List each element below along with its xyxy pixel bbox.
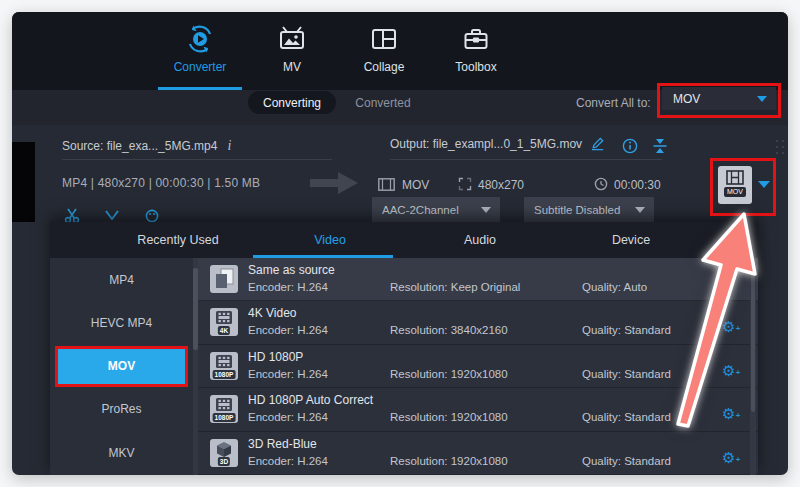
top-navigation-bar: Converter MV [12,12,788,90]
toolbox-briefcase-icon [462,22,490,56]
preset-encoder: Encoder: H.264 [248,411,328,423]
source-to-output-arrow-icon [310,170,360,196]
format-preset-row[interactable]: 1080P HD 1080P Auto Correct Encoder: H.2… [198,388,758,431]
format-preset-row[interactable]: Same as source Encoder: H.264 Resolution… [198,258,758,301]
rename-pencil-icon[interactable] [590,136,605,151]
app-window: Converter MV [12,12,788,475]
sidebar-item-hevc-mp4[interactable]: HEVC MP4 [50,301,193,344]
sidebar-item-mov[interactable]: MOV [55,346,188,387]
preset-quality: Quality: Standard [582,368,671,380]
preset-resolution: Resolution: 1920x1080 [390,411,508,423]
convert-all-to-value: MOV [673,92,700,106]
tab-mv[interactable]: MV [246,22,338,88]
preset-badge: 4K [218,326,230,335]
video-thumbnail [12,142,35,222]
output-resolution-value: 480x270 [478,178,524,192]
sidebar-item-mp4[interactable]: MP4 [50,258,193,301]
drag-handle-dots [776,140,784,162]
preset-title: HD 1080P [248,350,303,364]
output-format-film-icon [378,178,395,191]
preset-resolution: Resolution: 1920x1080 [390,455,508,467]
format-selection-panel: Recently Used Video Audio Device MP4 HEV… [50,222,758,475]
output-duration-value: 00:00:30 [614,178,661,192]
preset-badge: 1080P [213,413,236,422]
tab-mv-label: MV [283,60,301,74]
compress-icon[interactable] [652,138,668,154]
preset-resolution: Resolution: 1920x1080 [390,368,508,380]
panel-tab-video[interactable]: Video [314,222,346,258]
preset-resolution: Resolution: Keep Original [390,281,520,293]
output-format-button[interactable]: MOV [718,166,752,204]
output-divider [390,159,662,160]
convert-all-to-dropdown[interactable]: MOV [662,87,776,110]
mv-tv-icon [277,22,307,56]
tab-converter[interactable]: Converter [154,22,246,88]
output-file-label: Output: file_exampl...0_1_5MG.mov [390,137,582,151]
source-file-label: Source: file_exa..._5MG.mp4 [62,139,217,153]
preset-list-scrollbar[interactable] [750,258,756,475]
tab-collage-label: Collage [364,60,405,74]
sidebar-item-mkv[interactable]: MKV [50,431,193,474]
output-info-icon[interactable] [622,138,638,154]
format-preset-row[interactable]: 1080P HD 1080P Encoder: H.264 Resolution… [198,345,758,388]
collage-grid-icon [370,22,398,56]
format-preset-row[interactable]: 4K 4K Video Encoder: H.264 Resolution: 3… [198,301,758,344]
preset-title: 3D Red-Blue [248,437,317,451]
subtitle-value: Subtitle Disabled [534,204,620,216]
chevron-down-icon [635,207,645,213]
preset-resolution: Resolution: 3840x2160 [390,324,508,336]
chevron-down-icon [481,207,491,213]
source-divider [62,159,332,160]
preset-type-icon: 1080P [210,395,238,423]
preset-badge: 3D [218,457,230,466]
tab-toolbox[interactable]: Toolbox [430,22,522,88]
preset-type-icon: 1080P [210,352,238,380]
settings-gear-icon[interactable]: ⚙+ [722,450,735,465]
format-preset-row[interactable]: 3D 3D Red-Blue Encoder: H.264 Resolution… [198,432,758,475]
tab-converted[interactable]: Converted [352,91,414,114]
tab-toolbox-label: Toolbox [455,60,496,74]
sidebar-item-prores[interactable]: ProRes [50,388,193,431]
panel-tab-audio[interactable]: Audio [464,222,496,258]
output-file-row: Output: file_exampl...0_1_5MG.mov [390,136,605,151]
output-resolution-icon [458,177,472,191]
format-dropdown-arrow[interactable] [758,181,770,188]
settings-gear-icon[interactable]: ⚙+ [722,406,735,421]
converter-icon [184,22,216,56]
preset-title: Same as source [248,263,335,277]
source-file-row: Source: file_exa..._5MG.mp4i [62,136,231,154]
settings-gear-icon[interactable]: ⚙+ [722,363,735,378]
preset-quality: Quality: Standard [582,455,671,467]
preset-quality: Quality: Auto [582,281,647,293]
format-sidebar: MP4 HEVC MP4 MOV ProRes MKV [50,258,193,475]
format-panel-tabs: Recently Used Video Audio Device [50,222,758,258]
tab-collage[interactable]: Collage [338,22,430,88]
preset-quality: Quality: Standard [582,324,671,336]
preset-title: HD 1080P Auto Correct [248,393,373,407]
convert-all-to-label: Convert All to: [576,96,651,110]
output-format-value: MOV [402,178,429,192]
output-duration-clock-icon [594,177,608,191]
panel-tab-recently-used[interactable]: Recently Used [137,222,218,258]
preset-encoder: Encoder: H.264 [248,455,328,467]
tab-converting[interactable]: Converting [248,91,336,114]
preset-type-icon [210,265,238,293]
audio-track-dropdown[interactable]: AAC-2Channel [372,197,500,223]
settings-gear-icon[interactable]: ⚙+ [722,319,735,334]
preset-type-icon: 4K [210,308,238,336]
preset-encoder: Encoder: H.264 [248,324,328,336]
format-preset-list: Same as source Encoder: H.264 Resolution… [198,258,758,475]
format-button-badge: MOV [724,187,746,197]
panel-tab-device[interactable]: Device [612,222,650,258]
subtitle-dropdown[interactable]: Subtitle Disabled [524,197,654,223]
tab-converter-label: Converter [174,60,227,74]
preset-encoder: Encoder: H.264 [248,281,328,293]
preset-quality: Quality: Standard [582,411,671,423]
source-media-info: MP4 | 480x270 | 00:00:30 | 1.50 MB [62,176,260,190]
preset-type-icon: 3D [210,439,238,467]
source-info-icon[interactable]: i [227,138,231,153]
preset-title: 4K Video [248,306,297,320]
preset-encoder: Encoder: H.264 [248,368,328,380]
audio-track-value: AAC-2Channel [382,204,459,216]
chevron-down-icon [757,96,767,102]
